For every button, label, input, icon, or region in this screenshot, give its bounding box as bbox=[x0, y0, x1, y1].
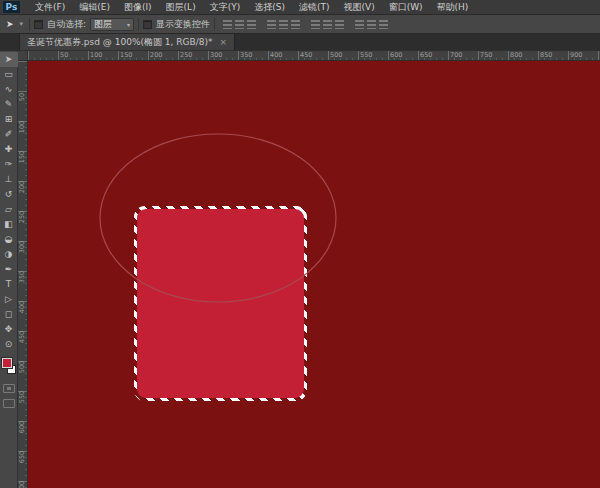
v-ruler-label: 650 bbox=[18, 447, 26, 467]
v-ruler-label: 150 bbox=[18, 147, 26, 167]
screen-mode-icon[interactable] bbox=[3, 399, 15, 408]
h-ruler-label: 50 bbox=[60, 51, 68, 59]
distribute-bottom-edges-icon bbox=[335, 20, 344, 29]
h-ruler-label: 200 bbox=[150, 51, 162, 59]
h-ruler-label: 450 bbox=[300, 51, 312, 59]
shape-tool-icon[interactable]: ◻ bbox=[0, 307, 18, 322]
ellipse-shape-path bbox=[28, 61, 600, 488]
distribute-horizontal-centers-icon bbox=[367, 20, 376, 29]
show-transform-checkbox[interactable] bbox=[143, 20, 152, 29]
h-ruler-label: 600 bbox=[390, 51, 402, 59]
h-ruler-label: 700 bbox=[450, 51, 462, 59]
h-ruler-label: 250 bbox=[180, 51, 192, 59]
ruler-origin-corner bbox=[18, 51, 28, 61]
distribute-left-edges-icon bbox=[355, 20, 364, 29]
menu-item[interactable]: 文件(F) bbox=[28, 0, 72, 14]
hand-tool-icon[interactable]: ✥ bbox=[0, 322, 18, 337]
document-tab-title: 圣诞节优惠券.psd @ 100%(椭圆 1, RGB/8)* bbox=[27, 36, 212, 49]
v-ruler-label: 200 bbox=[18, 177, 26, 197]
h-ruler-label: 400 bbox=[270, 51, 282, 59]
h-ruler-label: 850 bbox=[540, 51, 552, 59]
v-ruler-label: 300 bbox=[18, 237, 26, 257]
h-ruler-label: 550 bbox=[360, 51, 372, 59]
auto-select-dropdown[interactable]: 图层 ▾ bbox=[90, 18, 134, 31]
type-tool-icon[interactable]: T bbox=[0, 277, 18, 292]
v-ruler-label: 500 bbox=[18, 357, 26, 377]
distribute-vertical-centers-icon bbox=[323, 20, 332, 29]
crop-tool-icon[interactable]: ⊞ bbox=[0, 112, 18, 127]
horizontal-ruler: 5010015020025030035040045050055060065070… bbox=[28, 51, 600, 61]
rectangular-marquee-tool-icon[interactable]: ▭ bbox=[0, 67, 18, 82]
tool-palette-tools: ➤▭∿✎⊞✐✚✑⊥↺▱◧◒◑✒T▷◻✥⊙ bbox=[0, 52, 18, 352]
move-tool-options-icon: ➤ bbox=[4, 19, 16, 29]
v-ruler-label: 450 bbox=[18, 327, 26, 347]
quick-selection-tool-icon[interactable]: ✎ bbox=[0, 97, 18, 112]
v-ruler-label: 400 bbox=[18, 297, 26, 317]
v-ruler-label: 600 bbox=[18, 417, 26, 437]
path-selection-tool-icon[interactable]: ▷ bbox=[0, 292, 18, 307]
align-vertical-centers-icon bbox=[235, 20, 244, 29]
blur-tool-icon[interactable]: ◒ bbox=[0, 232, 18, 247]
eraser-tool-icon[interactable]: ▱ bbox=[0, 202, 18, 217]
clone-stamp-tool-icon[interactable]: ⊥ bbox=[0, 172, 18, 187]
color-swatches[interactable] bbox=[0, 356, 18, 378]
selected-rectangle-layer bbox=[137, 209, 304, 398]
h-ruler-label: 750 bbox=[480, 51, 492, 59]
menu-item[interactable]: 窗口(W) bbox=[382, 0, 430, 14]
v-ruler-label: 550 bbox=[18, 387, 26, 407]
menu-item[interactable]: 图层(L) bbox=[159, 0, 203, 14]
dropdown-caret-icon: ▾ bbox=[127, 21, 130, 28]
tool-preset-caret-icon[interactable]: ▾ bbox=[20, 20, 24, 28]
align-right-edges-icon bbox=[291, 20, 300, 29]
options-divider bbox=[214, 18, 215, 31]
menu-item[interactable]: 选择(S) bbox=[247, 0, 292, 14]
zoom-tool-icon[interactable]: ⊙ bbox=[0, 337, 18, 352]
document-canvas[interactable] bbox=[28, 61, 600, 488]
h-ruler-label: 500 bbox=[330, 51, 342, 59]
h-ruler-label: 100 bbox=[90, 51, 102, 59]
v-ruler-label: 350 bbox=[18, 267, 26, 287]
distribute-right-edges-icon bbox=[379, 20, 388, 29]
menu-item[interactable]: 视图(V) bbox=[336, 0, 381, 14]
distribute-top-edges-icon bbox=[311, 20, 320, 29]
v-ruler-label: 50 bbox=[18, 87, 26, 107]
align-distribute-icons bbox=[223, 20, 388, 29]
pen-tool-icon[interactable]: ✒ bbox=[0, 262, 18, 277]
eyedropper-tool-icon[interactable]: ✐ bbox=[0, 127, 18, 142]
tool-palette: ➤▭∿✎⊞✐✚✑⊥↺▱◧◒◑✒T▷◻✥⊙ bbox=[0, 51, 18, 488]
align-bottom-edges-icon bbox=[247, 20, 256, 29]
tool-options-bar: ➤ ▾ 自动选择: 图层 ▾ 显示变换控件 bbox=[0, 15, 600, 34]
photoshop-window: Ps 文件(F)编辑(E)图像(I)图层(L)文字(Y)选择(S)滤镜(T)视图… bbox=[0, 0, 600, 488]
menu-item[interactable]: 图像(I) bbox=[117, 0, 159, 14]
auto-select-checkbox[interactable] bbox=[34, 20, 43, 29]
menu-item[interactable]: 滤镜(T) bbox=[292, 0, 337, 14]
menu-item[interactable]: 文字(Y) bbox=[203, 0, 248, 14]
marching-ants-selection bbox=[134, 206, 307, 401]
foreground-color-swatch[interactable] bbox=[2, 358, 12, 368]
dodge-tool-icon[interactable]: ◑ bbox=[0, 247, 18, 262]
show-transform-label: 显示变换控件 bbox=[156, 18, 210, 31]
auto-select-value: 图层 bbox=[94, 18, 112, 31]
photoshop-logo: Ps bbox=[3, 1, 20, 13]
quick-mask-mode-icon[interactable] bbox=[3, 384, 15, 393]
brush-tool-icon[interactable]: ✑ bbox=[0, 157, 18, 172]
auto-select-label: 自动选择: bbox=[47, 18, 86, 31]
h-ruler-label: 350 bbox=[240, 51, 252, 59]
menubar-items: 文件(F)编辑(E)图像(I)图层(L)文字(Y)选择(S)滤镜(T)视图(V)… bbox=[28, 0, 475, 14]
h-ruler-label: 900 bbox=[570, 51, 582, 59]
history-brush-tool-icon[interactable]: ↺ bbox=[0, 187, 18, 202]
menu-item[interactable]: 帮助(H) bbox=[430, 0, 476, 14]
move-tool-icon[interactable]: ➤ bbox=[0, 52, 18, 67]
tab-close-icon[interactable]: × bbox=[219, 37, 227, 47]
healing-brush-tool-icon[interactable]: ✚ bbox=[0, 142, 18, 157]
document-tab[interactable]: 圣诞节优惠券.psd @ 100%(椭圆 1, RGB/8)* × bbox=[19, 34, 235, 50]
v-ruler-label: 100 bbox=[18, 117, 26, 137]
document-tab-bar: 圣诞节优惠券.psd @ 100%(椭圆 1, RGB/8)* × bbox=[0, 34, 600, 50]
options-divider bbox=[29, 18, 30, 31]
vertical-ruler: 5010015020025030035040045050055060065070… bbox=[18, 61, 28, 488]
align-horizontal-centers-icon bbox=[279, 20, 288, 29]
gradient-tool-icon[interactable]: ◧ bbox=[0, 217, 18, 232]
v-ruler-label: 700 bbox=[18, 477, 26, 488]
menu-item[interactable]: 编辑(E) bbox=[72, 0, 117, 14]
lasso-tool-icon[interactable]: ∿ bbox=[0, 82, 18, 97]
